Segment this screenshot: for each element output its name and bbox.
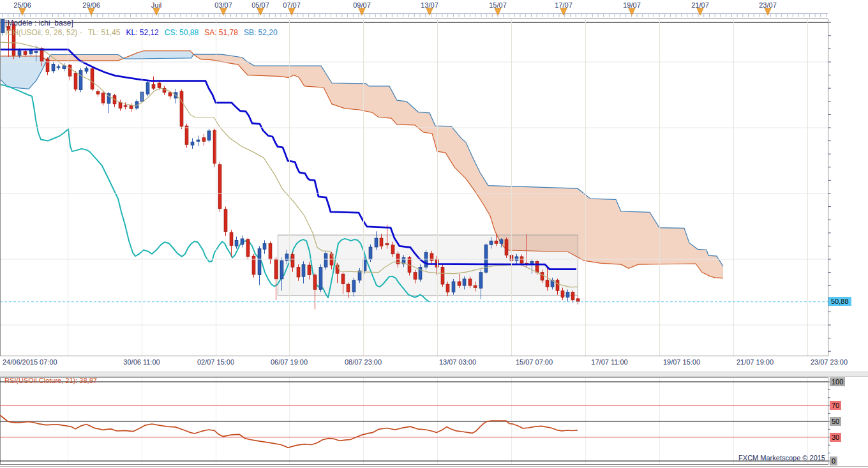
top-axis-label: 13/07	[421, 1, 438, 9]
candle-up	[352, 280, 355, 292]
watermark: FXCM Marketscope © 2015	[738, 454, 825, 462]
indicator-legend: ICH(USOil, 9, 26, 52) -TL: 51,45KL: 52,1…	[5, 28, 283, 37]
top-axis-label: Juil	[151, 1, 162, 9]
candle-down	[561, 291, 564, 297]
bottom-axis-label: 02/07 15:00	[197, 358, 234, 366]
candle-down	[446, 284, 449, 292]
bottom-axis-label: 17/07 11:00	[591, 358, 627, 366]
candle-up	[319, 267, 322, 289]
bottom-axis-label: 30/06 11:00	[123, 358, 160, 366]
candle-up	[34, 52, 38, 53]
candle-down	[535, 261, 539, 272]
candle-up	[302, 264, 305, 276]
candle-up	[52, 64, 55, 71]
candle-up	[191, 142, 194, 145]
top-axis-label: 23/07	[759, 1, 777, 9]
candle-up	[207, 131, 211, 140]
candle-down	[308, 265, 311, 275]
candle-up	[484, 245, 488, 272]
candle-down	[74, 73, 77, 89]
legend-senkou-b-value: SB: 52,20	[244, 28, 278, 37]
candle-up	[258, 249, 261, 275]
top-axis-label: 15/07	[489, 1, 507, 9]
fxcm-marketscope-window: 25/0629/06Juil03/0705/0707/0709/0713/071…	[0, 0, 868, 468]
legend-ichimoku-params: ICH(USOil, 9, 26, 52) -	[5, 28, 82, 37]
chart-model-label: [Modèle : ichi_base]	[5, 19, 73, 27]
candle-down	[576, 299, 580, 302]
top-axis-label: 29/06	[82, 1, 100, 9]
candle-down	[46, 59, 49, 72]
rsi-line	[0, 415, 578, 448]
candle-down	[246, 239, 250, 257]
candle-up	[263, 243, 266, 249]
bottom-axis-label: 21/07 19:00	[737, 358, 774, 366]
rsi-axis-label-100: 100	[830, 377, 845, 386]
candle-up	[375, 238, 378, 247]
candle-up	[463, 279, 466, 285]
candle-down	[495, 241, 498, 243]
candle-down	[474, 285, 477, 287]
candle-up	[57, 66, 60, 68]
rsi-indicator-label: RSI(USOil.Cloture, 21): 38,87	[4, 377, 97, 384]
bottom-axis-label: 06/07 19:00	[271, 358, 308, 366]
candle-down	[96, 91, 100, 94]
candle-up	[18, 51, 21, 56]
candle-down	[520, 257, 523, 263]
bottom-axis-label: 13/07 03:00	[439, 358, 476, 366]
candle-up	[146, 82, 149, 94]
candle-down	[101, 93, 105, 103]
candle-down	[385, 243, 389, 245]
candle-down	[252, 256, 255, 275]
candle-up	[500, 239, 503, 243]
top-axis-label: 03/07	[214, 1, 232, 9]
candle-down	[571, 292, 574, 300]
top-axis-label: 25/06	[13, 1, 31, 9]
candle-down	[291, 255, 294, 268]
candle-down	[24, 52, 27, 55]
candle-up	[29, 50, 33, 54]
top-axis-label: 09/07	[353, 1, 371, 9]
candle-down	[468, 279, 472, 285]
candle-down	[458, 282, 461, 285]
candle-down	[119, 102, 122, 108]
candle-up	[324, 253, 327, 268]
candle-up	[419, 267, 422, 279]
legend-kijun-value: KL: 52,12	[126, 28, 158, 37]
top-axis-label: 07/07	[283, 1, 301, 9]
bottom-axis-label: 15/07 07:00	[516, 358, 553, 366]
candle-down	[168, 93, 172, 96]
candle-down	[505, 239, 508, 255]
current-price-tag: 50,88	[828, 297, 851, 306]
candle-down	[441, 267, 444, 284]
rsi-axis-label-0: 0	[830, 457, 837, 465]
candle-down	[341, 274, 345, 284]
candle-down	[546, 280, 549, 287]
candle-up	[1, 19, 4, 33]
top-time-axis[interactable]: 25/0629/06Juil03/0705/0707/0709/0713/071…	[0, 0, 828, 18]
candle-down	[180, 91, 183, 126]
candle-up	[424, 252, 428, 267]
legend-tenkan-value: TL: 51,45	[88, 28, 121, 37]
candle-down	[347, 284, 350, 292]
legend-chikou-value: CS: 50,88	[165, 28, 198, 37]
candle-down	[391, 245, 394, 254]
candle-down	[130, 105, 133, 109]
top-axis-label: 05/07	[251, 1, 269, 9]
bottom-axis-label: 23/07 23:00	[811, 358, 848, 366]
candle-up	[85, 68, 88, 72]
candle-down	[313, 275, 317, 290]
candle-down	[91, 69, 94, 89]
candle-down	[541, 273, 544, 280]
candle-up	[235, 240, 238, 246]
bottom-axis-label: 19/07 15:00	[663, 358, 700, 366]
top-axis-label: 19/07	[623, 1, 641, 9]
candle-down	[158, 83, 161, 87]
bottom-axis-label: 08/07 23:00	[345, 358, 382, 366]
price-chart-canvas[interactable]	[0, 0, 868, 468]
rsi-axis-label-70: 70	[830, 401, 841, 410]
bottom-axis-label: 24/06/2015 07:00	[3, 358, 57, 366]
candle-up	[490, 241, 493, 245]
candle-up	[280, 260, 283, 279]
bottom-time-axis: 24/06/2015 07:0030/06 11:0002/07 15:0006…	[0, 356, 868, 370]
candle-up	[197, 140, 200, 141]
